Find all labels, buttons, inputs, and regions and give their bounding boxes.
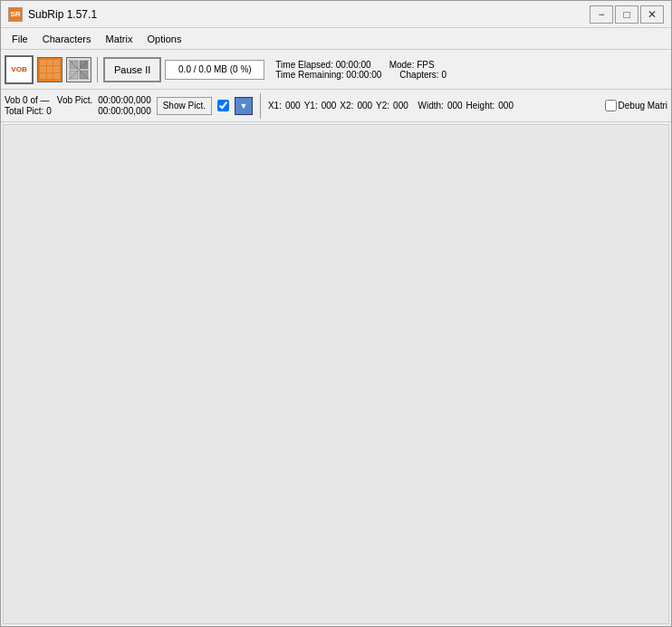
y1-value: 000 xyxy=(322,101,337,111)
pause-button[interactable]: Pause II xyxy=(103,57,161,82)
grid-icon-button[interactable] xyxy=(37,57,62,82)
progress-bar: 0.0 / 0.0 MB (0 %) xyxy=(165,60,264,80)
vob-label: Vob 0 xyxy=(5,95,28,105)
status-bar: Vob 0 of — Vob Pict. Total Pict: 0 00:00… xyxy=(1,90,671,122)
x2-value: 000 xyxy=(357,101,372,111)
window-controls: − □ ✕ xyxy=(590,5,664,24)
height-value: 000 xyxy=(498,101,514,111)
vob-pict-label: Vob Pict. xyxy=(57,95,92,105)
width-value: 000 xyxy=(447,101,463,111)
toolbar-info-row-2: Time Remaining: 00:00:00 Chapters: 0 xyxy=(275,70,667,80)
timecode-2: 00:00:00,000 xyxy=(98,106,150,116)
toolbar-info-row-1: Time Elapsed: 00:00:00 Mode: FPS xyxy=(275,60,667,70)
checkbox-area-1 xyxy=(217,100,229,111)
coords-area: X1: 000 Y1: 000 X2: 000 Y2: 000 Width: 0… xyxy=(268,101,514,111)
main-window: SR SubRip 1.57.1 − □ ✕ File Characters M… xyxy=(0,0,672,627)
show-pict-checkbox[interactable] xyxy=(217,100,229,111)
total-pict-label: Total Pict: xyxy=(5,106,43,116)
menu-bar: File Characters Matrix Options xyxy=(1,28,671,50)
show-pict-button[interactable]: Show Pict. xyxy=(157,97,212,115)
toolbar-info: Time Elapsed: 00:00:00 Mode: FPS Time Re… xyxy=(275,60,667,80)
minimize-button[interactable]: − xyxy=(590,5,613,24)
chapters-label: Chapters: 0 xyxy=(399,70,446,80)
total-pict-value: 0 xyxy=(46,106,52,116)
pattern-icon-button[interactable] xyxy=(66,57,91,82)
mode-label: Mode: FPS xyxy=(389,60,435,70)
menu-matrix[interactable]: Matrix xyxy=(99,32,140,46)
main-content-area xyxy=(3,124,669,624)
menu-file[interactable]: File xyxy=(5,32,35,46)
debug-label: Debug Matri xyxy=(619,101,667,111)
status-left: Vob 0 of — Vob Pict. Total Pict: 0 xyxy=(5,95,92,116)
app-icon: SR xyxy=(8,7,23,22)
y1-label: Y1: xyxy=(304,101,318,111)
window-title: SubRip 1.57.1 xyxy=(28,8,590,21)
y2-label: Y2: xyxy=(376,101,389,111)
time-elapsed-label: Time Elapsed: 00:00:00 xyxy=(275,60,370,70)
nav-down-icon: ▼ xyxy=(239,101,247,111)
debug-checkbox[interactable] xyxy=(605,100,617,111)
timecode-1: 00:00:00,000 xyxy=(98,95,150,105)
debug-area: Debug Matri xyxy=(605,100,667,111)
x1-label: X1: xyxy=(268,101,282,111)
nav-down-button[interactable]: ▼ xyxy=(235,97,253,115)
status-separator xyxy=(260,93,261,119)
title-bar: SR SubRip 1.57.1 − □ ✕ xyxy=(1,1,671,28)
timecodes: 00:00:00,000 00:00:00,000 xyxy=(98,95,150,116)
menu-characters[interactable]: Characters xyxy=(35,32,99,46)
y2-value: 000 xyxy=(393,101,408,111)
toolbar: VOB Pause II 0.0 / 0.0 MB (0 %) xyxy=(1,50,671,90)
time-remaining-label: Time Remaining: 00:00:00 xyxy=(275,70,381,80)
x1-value: 000 xyxy=(285,101,301,111)
height-label: Height: xyxy=(466,101,495,111)
close-button[interactable]: ✕ xyxy=(640,5,664,24)
toolbar-separator-1 xyxy=(97,57,98,82)
total-pict-row: Total Pict: 0 xyxy=(5,106,92,116)
menu-options[interactable]: Options xyxy=(139,32,188,46)
width-label: Width: xyxy=(418,101,444,111)
vob-button[interactable]: VOB xyxy=(5,55,34,84)
of-label: of — xyxy=(30,95,49,105)
restore-button[interactable]: □ xyxy=(615,5,638,24)
x2-label: X2: xyxy=(340,101,353,111)
vob-info-row: Vob 0 of — Vob Pict. xyxy=(5,95,92,105)
